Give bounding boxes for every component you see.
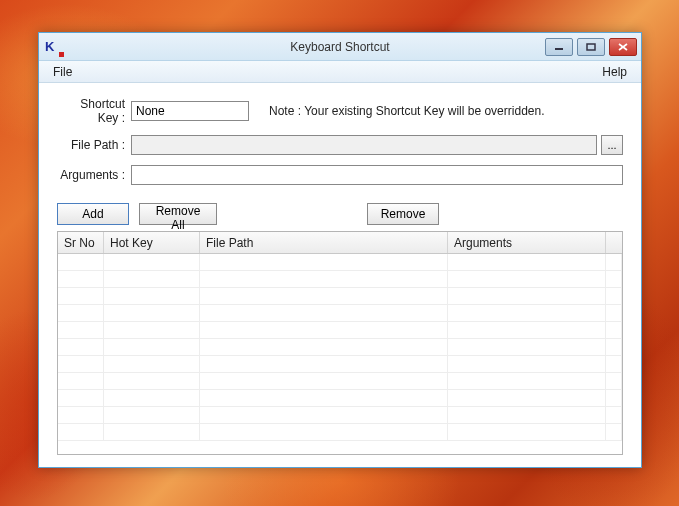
arguments-label: Arguments : [57, 168, 131, 182]
file-path-input[interactable] [131, 135, 597, 155]
col-header-hotkey[interactable]: Hot Key [104, 232, 200, 253]
client-area: Shortcut Key : Note : Your existing Shor… [39, 83, 641, 467]
minimize-button[interactable] [545, 38, 573, 56]
col-header-filepath[interactable]: File Path [200, 232, 448, 253]
table-row[interactable] [58, 356, 622, 373]
row-shortcut-key: Shortcut Key : Note : Your existing Shor… [57, 97, 623, 125]
maximize-button[interactable] [577, 38, 605, 56]
svg-rect-1 [587, 44, 595, 50]
table-row[interactable] [58, 305, 622, 322]
menubar: File Help [39, 61, 641, 83]
note-text: Note : Your existing Shortcut Key will b… [269, 104, 544, 118]
arguments-input[interactable] [131, 165, 623, 185]
table-body [58, 254, 622, 454]
row-arguments: Arguments : [57, 165, 623, 185]
col-header-srno[interactable]: Sr No [58, 232, 104, 253]
table-header: Sr No Hot Key File Path Arguments [58, 232, 622, 254]
table-row[interactable] [58, 288, 622, 305]
titlebar[interactable]: K Keyboard Shortcut [39, 33, 641, 61]
window-controls [545, 38, 641, 56]
app-icon: K [45, 39, 61, 55]
row-file-path: File Path : ... [57, 135, 623, 155]
table-row[interactable] [58, 424, 622, 441]
col-header-arguments[interactable]: Arguments [448, 232, 606, 253]
menu-help[interactable]: Help [598, 63, 631, 81]
remove-button[interactable]: Remove [367, 203, 439, 225]
table-row[interactable] [58, 254, 622, 271]
add-button[interactable]: Add [57, 203, 129, 225]
close-button[interactable] [609, 38, 637, 56]
table-row[interactable] [58, 390, 622, 407]
table-row[interactable] [58, 271, 622, 288]
app-window: K Keyboard Shortcut File Help Shortcut K… [38, 32, 642, 468]
browse-button[interactable]: ... [601, 135, 623, 155]
table-row[interactable] [58, 407, 622, 424]
table-row[interactable] [58, 322, 622, 339]
menu-file[interactable]: File [49, 63, 76, 81]
shortcut-key-input[interactable] [131, 101, 249, 121]
shortcut-key-label: Shortcut Key : [57, 97, 131, 125]
table-row[interactable] [58, 339, 622, 356]
col-header-tail [606, 232, 622, 253]
shortcuts-table: Sr No Hot Key File Path Arguments [57, 231, 623, 455]
file-path-label: File Path : [57, 138, 131, 152]
table-row[interactable] [58, 373, 622, 390]
button-row: Add Remove All Remove [57, 203, 623, 225]
remove-all-button[interactable]: Remove All [139, 203, 217, 225]
